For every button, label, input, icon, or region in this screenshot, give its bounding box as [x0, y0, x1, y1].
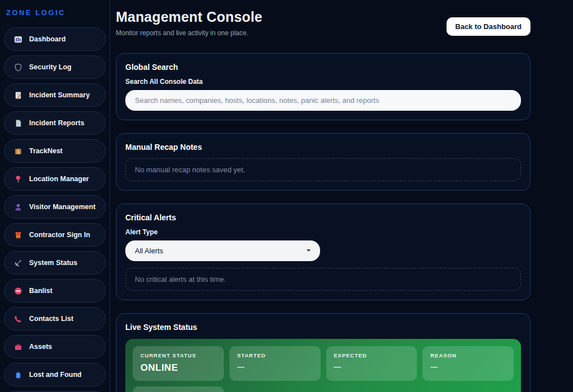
sidebar-item-label: Banlist	[29, 287, 53, 295]
live-system-status-card: Live System Status CURRENT STATUS ONLINE…	[116, 313, 530, 392]
critical-alerts-title: Critical Alerts	[125, 213, 521, 222]
global-search-card: Global Search Search All Console Data	[116, 53, 530, 120]
document-icon	[14, 119, 22, 127]
sidebar-item-dashboard[interactable]: Dashboard	[4, 27, 106, 51]
live-status-panel: CURRENT STATUS ONLINE STARTED — EXPECTED…	[125, 339, 521, 392]
status-tile-label: CURRENT STATUS	[140, 352, 216, 358]
status-tile-reason: REASON —	[422, 346, 514, 381]
shield-icon	[14, 63, 22, 72]
brand-logo: ZONE LOGIC	[4, 8, 106, 17]
global-search-label: Search All Console Data	[125, 78, 521, 86]
page-title: Management Console	[116, 9, 262, 25]
status-tile-current-status: CURRENT STATUS ONLINE	[133, 346, 224, 381]
sidebar: ZONE LOGIC Dashboard Security Log Incide…	[0, 0, 110, 392]
manual-recap-empty-state: No manual recap notes saved yet.	[125, 158, 521, 181]
main-content: Management Console Monitor reports and l…	[110, 0, 573, 392]
sidebar-item-label: System Status	[29, 259, 77, 267]
live-system-status-title: Live System Status	[125, 323, 521, 332]
bar-chart-icon	[14, 35, 22, 44]
package-icon	[14, 147, 22, 155]
sidebar-item-label: Contacts List	[29, 315, 73, 323]
no-entry-icon	[14, 287, 22, 295]
sidebar-item-incident-summary[interactable]: Incident Summary	[4, 83, 106, 107]
luggage-icon	[14, 371, 22, 379]
sidebar-item-label: Assets	[29, 343, 52, 351]
memo-icon	[14, 91, 22, 100]
sidebar-item-label: Location Manager	[29, 175, 89, 183]
alert-type-select[interactable]: All Alerts	[125, 240, 320, 261]
back-to-dashboard-button[interactable]: Back to Dashboard	[447, 17, 530, 36]
manual-recap-notes-title: Manual Recap Notes	[125, 143, 521, 152]
critical-alerts-card: Critical Alerts Alert Type All Alerts ⌄ …	[116, 204, 530, 300]
alert-type-select-wrap: All Alerts ⌄	[125, 240, 320, 261]
sidebar-item-label: Incident Summary	[29, 91, 90, 99]
sidebar-item-label: Lost and Found	[29, 371, 82, 379]
status-tile-value: —	[334, 362, 410, 371]
sidebar-item-banlist[interactable]: Banlist	[4, 279, 106, 303]
briefcase-icon	[14, 343, 22, 351]
sidebar-item-security-log[interactable]: Security Log	[4, 55, 106, 79]
status-tile-label: EXPECTED	[334, 352, 410, 358]
sidebar-item-location-manager[interactable]: Location Manager	[4, 167, 106, 191]
page-subtitle: Monitor reports and live activity in one…	[116, 29, 262, 37]
critical-alerts-empty-state: No critical alerts at this time.	[125, 268, 521, 291]
status-tile-label: REASON	[430, 352, 506, 358]
status-tile-value: ONLINE	[140, 362, 216, 374]
live-status-grid: CURRENT STATUS ONLINE STARTED — EXPECTED…	[133, 346, 514, 392]
status-tile-notes: NOTES —	[133, 386, 224, 392]
round-pushpin-icon	[14, 175, 22, 183]
global-search-title: Global Search	[125, 63, 521, 72]
status-tile-value: —	[237, 362, 313, 371]
sidebar-item-lost-and-found[interactable]: Lost and Found	[4, 363, 106, 386]
sidebar-item-label: Contractor Sign In	[29, 231, 90, 239]
status-tile-started: STARTED —	[229, 346, 321, 381]
person-silhouette-icon	[14, 203, 22, 211]
safety-vest-icon	[14, 231, 22, 239]
global-search-input[interactable]	[125, 90, 521, 111]
sidebar-item-label: Dashboard	[29, 35, 65, 43]
sidebar-item-assets[interactable]: Assets	[4, 335, 106, 358]
page-header-text: Management Console Monitor reports and l…	[116, 9, 262, 37]
sidebar-item-visitor-management[interactable]: Visitor Management	[4, 195, 106, 219]
satellite-antenna-icon	[14, 259, 22, 267]
status-tile-expected: EXPECTED —	[326, 346, 417, 381]
sidebar-item-label: Visitor Management	[29, 203, 96, 211]
telephone-icon	[14, 315, 22, 323]
sidebar-item-incident-reports[interactable]: Incident Reports	[4, 111, 106, 135]
sidebar-item-contacts-list[interactable]: Contacts List	[4, 307, 106, 330]
sidebar-item-system-status[interactable]: System Status	[4, 251, 106, 275]
sidebar-item-contractor-sign-in[interactable]: Contractor Sign In	[4, 223, 106, 247]
status-tile-value: —	[430, 362, 506, 371]
sidebar-item-label: Security Log	[29, 63, 72, 71]
status-tile-label: STARTED	[237, 352, 313, 358]
alert-type-label: Alert Type	[125, 228, 521, 236]
sidebar-item-label: TrackNest	[29, 147, 63, 155]
sidebar-item-label: Incident Reports	[29, 119, 84, 127]
sidebar-item-tracknest[interactable]: TrackNest	[4, 139, 106, 163]
manual-recap-notes-card: Manual Recap Notes No manual recap notes…	[116, 133, 530, 191]
page-header: Management Console Monitor reports and l…	[116, 9, 530, 37]
